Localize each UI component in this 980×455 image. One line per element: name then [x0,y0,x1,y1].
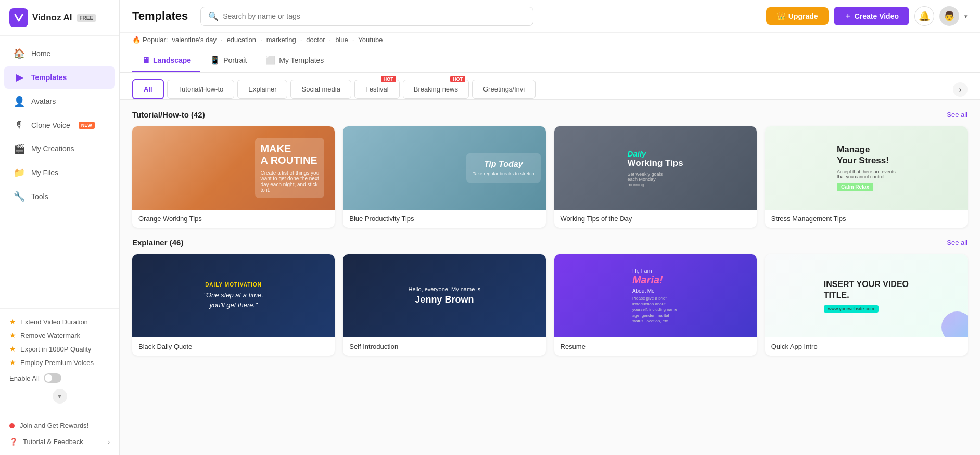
cat-tab-greetings[interactable]: Greetings/Invi [472,80,536,99]
card-resume[interactable]: Hi, I am Maria! About Me Please give a b… [554,254,757,356]
tag-blue[interactable]: blue [335,36,348,44]
sidebar-label-clone-voice: Clone Voice [31,121,70,129]
new-badge: NEW [79,122,95,129]
my-templates-icon: ⬜ [265,55,276,65]
card-label-8: Quick App Intro [765,337,968,356]
premium-premium-voices[interactable]: ★ Employ Premium Voices [9,356,110,369]
tutorial-feedback-item[interactable]: ❓ Tutorial & Feedback › [9,434,110,450]
collapse-button[interactable]: ▼ [53,389,67,404]
sidebar-label-my-files: My Files [31,168,58,177]
card-label-6: Self Introduction [343,337,545,356]
star-icon-4: ★ [9,358,16,367]
avatar-dropdown-icon[interactable]: ▾ [964,13,968,20]
main-area: Templates 🔍 👑 Upgrade ＋ Create Video 🔔 👨… [120,0,980,455]
sidebar-premium: ★ Extend Video Duration ★ Remove Waterma… [0,308,119,412]
card-orange-working-tips[interactable]: MAKEA ROUTINE Create a list of things yo… [132,126,335,228]
cat-tab-explainer[interactable]: Explainer [237,80,287,99]
upgrade-button[interactable]: 👑 Upgrade [766,7,829,25]
app-name: Vidnoz AI [32,12,72,23]
avatars-icon: 👤 [14,96,25,107]
premium-extend-video[interactable]: ★ Extend Video Duration [9,315,110,329]
tab-landscape[interactable]: 🖥 Landscape [132,49,200,72]
sidebar-item-tools[interactable]: 🔧 Tools [4,185,115,208]
card-blue-productivity-tips[interactable]: Tip Today Take regular breaks to stretch… [343,126,545,228]
card-black-daily-quote[interactable]: Daily Motivation "One step at a time,you… [132,254,335,356]
category-tabs-row: All Tutorial/How-to Explainer Social med… [120,73,980,100]
enable-all-label: Enable All [9,374,40,382]
popular-label: 🔥 Popular: [132,36,168,44]
chevron-right-icon: › [108,438,110,446]
cat-tab-breaking-news[interactable]: HOT Breaking news [403,80,469,99]
card-quick-app-intro[interactable]: INSERT YOUR VIDEOTITLE. www.yourwebsite.… [765,254,968,356]
sidebar-label-avatars: Avatars [31,97,56,106]
my-creations-icon: 🎬 [14,143,25,154]
clone-voice-icon: 🎙 [14,120,25,131]
sidebar-label-my-creations: My Creations [31,145,74,153]
free-badge: FREE [77,14,97,22]
join-rewards-item[interactable]: Join and Get Rewards! [9,418,110,434]
tutorial-cards-grid: MAKEA ROUTINE Create a list of things yo… [132,126,968,228]
card-working-tips-day[interactable]: Daily Working Tips Set weekly goalseach … [554,126,757,228]
fire-icon: 🔥 [132,36,141,44]
sidebar-item-home[interactable]: 🏠 Home [4,42,115,65]
plus-icon: ＋ [844,11,851,21]
my-files-icon: 📁 [14,167,25,178]
sidebar-item-my-files[interactable]: 📁 My Files [4,161,115,184]
category-next-button[interactable]: › [953,82,968,97]
sidebar-item-templates[interactable]: ▶ Templates [4,66,115,89]
search-input[interactable] [223,12,526,20]
sidebar: Vidnoz AI FREE 🏠 Home ▶ Templates 👤 Avat… [0,0,120,455]
templates-icon: ▶ [14,72,25,83]
create-video-button[interactable]: ＋ Create Video [834,7,909,25]
premium-export-1080p[interactable]: ★ Export in 1080P Quality [9,342,110,356]
hot-badge-festival: HOT [381,76,396,82]
page-title: Templates [132,9,188,23]
card-label-4: Stress Management Tips [765,210,968,228]
tag-marketing[interactable]: marketing [266,36,296,44]
logo-icon [9,8,28,27]
card-label-2: Blue Productivity Tips [343,210,545,228]
sidebar-label-templates: Templates [31,73,67,82]
sidebar-item-clone-voice[interactable]: 🎙 Clone Voice NEW [4,114,115,136]
popular-tags-row: 🔥 Popular: valentine's day · education ·… [120,33,980,49]
tag-doctor[interactable]: doctor [306,36,325,44]
enable-all-row: Enable All [9,369,110,387]
card-label-1: Orange Working Tips [132,210,335,228]
cat-tab-all[interactable]: All [132,79,164,99]
premium-remove-watermark[interactable]: ★ Remove Watermark [9,329,110,342]
star-icon-3: ★ [9,345,16,353]
explainer-cards-grid: Daily Motivation "One step at a time,you… [132,254,968,356]
reward-dot-icon [9,423,15,428]
search-icon: 🔍 [208,11,219,21]
tag-valentines[interactable]: valentine's day [172,36,217,44]
star-icon-1: ★ [9,318,16,326]
cat-tab-festival[interactable]: HOT Festival [354,80,400,99]
tutorial-see-all[interactable]: See all [947,111,968,119]
sidebar-item-avatars[interactable]: 👤 Avatars [4,90,115,113]
tag-education[interactable]: education [227,36,256,44]
search-bar: 🔍 [200,7,533,26]
sidebar-label-tools: Tools [31,192,48,201]
tab-portrait[interactable]: 📱 Portrait [200,49,256,72]
card-stress-management[interactable]: ManageYour Stress! Accept that there are… [765,126,968,228]
sidebar-item-my-creations[interactable]: 🎬 My Creations [4,137,115,160]
landscape-icon: 🖥 [142,56,150,65]
card-label-3: Working Tips of the Day [554,210,757,228]
explainer-see-all[interactable]: See all [947,239,968,246]
sidebar-bottom: Join and Get Rewards! ❓ Tutorial & Feedb… [0,412,119,455]
tab-my-templates[interactable]: ⬜ My Templates [256,49,333,72]
avatar[interactable]: 👨 [939,6,959,26]
content-area: Tutorial/How-to (42) See all MAKEA ROUTI… [120,100,980,455]
header-right: 👑 Upgrade ＋ Create Video 🔔 👨 ▾ [766,6,968,26]
notification-button[interactable]: 🔔 [914,6,934,26]
cat-tab-tutorial[interactable]: Tutorial/How-to [167,80,235,99]
sidebar-logo: Vidnoz AI FREE [0,0,119,36]
sidebar-label-home: Home [31,49,50,58]
tag-youtube[interactable]: Youtube [358,36,383,44]
toggle-knob [45,374,52,382]
hot-badge-breaking-news: HOT [450,76,465,82]
card-self-introduction[interactable]: Hello, everyone! My name isJenny Brown S… [343,254,545,356]
explainer-section-header: Explainer (46) See all [132,238,968,247]
cat-tab-social-media[interactable]: Social media [290,80,351,99]
enable-all-toggle[interactable] [44,373,61,383]
